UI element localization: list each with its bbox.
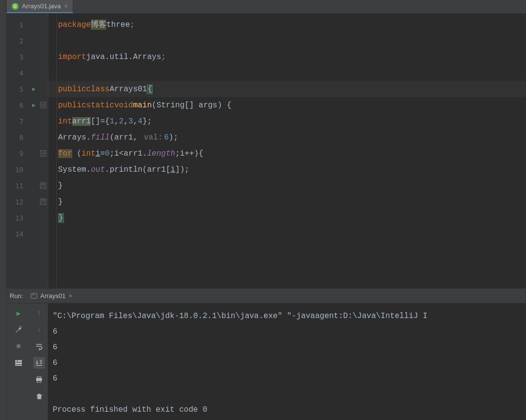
code-line[interactable]: } [48,210,526,226]
line-number: 7 [7,118,26,125]
line-number: 5 [7,85,26,93]
tab-filename: Arrays01.java [22,2,61,10]
left-tool-sidebar[interactable] [0,0,7,420]
code-line[interactable]: public class Arrays01 { [48,81,526,97]
run-gutter-icon[interactable]: ▶ [32,102,36,108]
code-line[interactable]: Arrays.fill(arr1, val: 6); [48,129,526,145]
rerun-button[interactable]: ▶ [13,307,24,319]
svg-rect-0 [15,360,17,362]
run-header: Run: Arrays01 × [7,289,526,303]
fold-open-icon[interactable]: − [40,102,46,108]
wrench-icon[interactable] [13,324,24,336]
close-icon[interactable]: × [69,292,73,300]
console-line: 6 [53,359,58,367]
line-number: 8 [7,134,26,141]
line-number: 4 [7,69,26,77]
code-line[interactable]: import java.util.Arrays; [48,49,526,65]
code-line[interactable] [48,65,526,81]
line-number: 10 [7,166,26,174]
code-editor[interactable]: 1 2 3 4 5▶ 6▶− 7 8 9− 10 11⌃ 12⌃ 13 14 p… [7,14,526,288]
scroll-to-end-button[interactable] [33,357,45,369]
layout-settings-button[interactable] [13,357,24,369]
down-arrow-icon[interactable]: ↓ [33,324,45,336]
console-line: 6 [53,343,58,352]
code-line[interactable]: } [48,194,526,210]
run-gutter-icon[interactable]: ▶ [32,86,36,92]
code-line[interactable]: package 博客three; [48,17,526,33]
gutter[interactable]: 1 2 3 4 5▶ 6▶− 7 8 9− 10 11⌃ 12⌃ 13 14 [7,14,48,288]
soft-wrap-button[interactable] [33,340,45,352]
line-number: 12 [7,198,26,206]
line-number: 11 [7,182,26,190]
fold-close-icon[interactable]: ⌃ [40,182,46,189]
run-toolbar-left: ▶ ■ [7,303,30,420]
up-arrow-icon[interactable]: ↑ [33,307,45,319]
code-area[interactable]: package 博客three; import java.util.Arrays… [48,14,526,288]
svg-rect-3 [15,365,22,366]
code-line[interactable]: int arr1[]={1,2,3,4}; [48,113,526,129]
run-config-tab[interactable]: Arrays01 × [27,290,76,301]
console-line: "C:\Program Files\Java\jdk-18.0.2.1\bin\… [53,312,427,320]
svg-rect-4 [37,377,41,378]
console-line: Process finished with exit code 0 [53,405,207,414]
run-body: ▶ ■ ↑ ↓ [7,303,526,420]
code-line[interactable] [48,226,526,242]
run-label: Run: [10,292,23,300]
run-toolbar-nav: ↑ ↓ [30,303,48,420]
line-number: 6 [7,101,26,109]
code-line[interactable] [48,33,526,49]
console-line: 6 [53,327,58,336]
line-number: 1 [7,21,26,29]
print-icon[interactable] [33,374,45,385]
code-line[interactable]: } [48,178,526,194]
fold-close-icon[interactable]: ⌃ [40,199,46,205]
line-number: 9 [7,150,26,158]
fold-open-icon[interactable]: − [40,150,46,157]
main-column: C Arrays01.java × 1 2 3 4 5▶ 6▶− 7 8 9− … [7,0,526,420]
console-line: 6 [53,374,58,383]
run-tool-window: Run: Arrays01 × ▶ ■ ↑ ↓ [7,288,526,420]
class-file-icon: C [12,3,19,10]
line-number: 2 [7,37,26,45]
editor-tabs: C Arrays01.java × [7,0,526,14]
code-line[interactable]: public static void main(String[] args) { [48,97,526,113]
svg-rect-2 [15,362,22,364]
line-number: 14 [7,230,26,238]
line-number: 13 [7,214,26,222]
tab-arrays01[interactable]: C Arrays01.java × [7,0,73,13]
stop-button[interactable]: ■ [13,340,24,352]
svg-rect-1 [18,360,22,362]
console-output[interactable]: "C:\Program Files\Java\jdk-18.0.2.1\bin\… [48,303,526,420]
code-line[interactable]: System.out.println(arr1[i]); [48,161,526,178]
run-config-name: Arrays01 [40,292,65,300]
code-line[interactable]: for (int i=0;i<arr1.length;i++){ [48,145,526,161]
terminal-icon [31,293,37,299]
close-icon[interactable]: × [64,2,68,10]
line-number: 3 [7,53,26,61]
trash-icon[interactable] [33,390,45,402]
